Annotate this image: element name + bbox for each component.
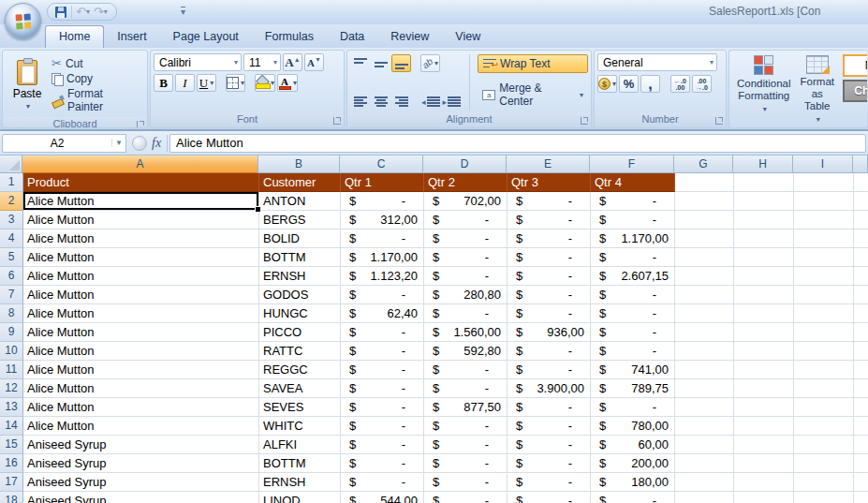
cut-button[interactable]: ✂Cut xyxy=(49,55,144,71)
cell-D13[interactable]: $877,50 xyxy=(424,398,508,417)
cell-F18[interactable]: $- xyxy=(591,492,675,503)
col-header-B[interactable]: B xyxy=(258,155,340,173)
font-color-button[interactable]: A▾ xyxy=(277,74,298,92)
cell-C10[interactable]: $- xyxy=(341,342,424,361)
cell-F16[interactable]: $200,00 xyxy=(591,454,675,473)
cell-B4[interactable]: BOLID xyxy=(259,229,341,248)
cell-H5[interactable] xyxy=(734,248,794,267)
cell-D11[interactable]: $- xyxy=(424,361,508,379)
cell-A15[interactable]: Aniseed Syrup xyxy=(23,436,259,454)
cell-F8[interactable]: $- xyxy=(591,304,675,323)
cell-D4[interactable]: $- xyxy=(424,229,508,248)
cell-G15[interactable] xyxy=(675,436,734,454)
cell-F3[interactable]: $- xyxy=(591,211,675,229)
orientation-button[interactable]: ab▾ xyxy=(420,54,440,72)
cell-F10[interactable]: $- xyxy=(591,342,675,361)
cell-H11[interactable] xyxy=(734,361,794,379)
cell-I12[interactable] xyxy=(794,379,854,398)
underline-button[interactable]: U▾ xyxy=(197,74,216,92)
increase-decimal-button[interactable]: ←.0.00 xyxy=(670,75,690,93)
cell-B10[interactable]: RATTC xyxy=(259,342,341,361)
cell-C6[interactable]: $1.123,20 xyxy=(341,267,424,286)
cell-E18[interactable]: $- xyxy=(508,492,591,503)
col-header-I[interactable]: I xyxy=(793,155,853,173)
cell-I4[interactable] xyxy=(794,229,854,248)
undo-button[interactable]: ↶▾ xyxy=(76,7,90,18)
tab-home[interactable]: Home xyxy=(45,25,104,48)
cell-I13[interactable] xyxy=(794,398,854,417)
cell-E3[interactable]: $- xyxy=(508,211,591,229)
cell-B2[interactable]: ANTON xyxy=(259,192,341,211)
col-header-A[interactable]: A xyxy=(22,155,258,173)
cell-D7[interactable]: $280,80 xyxy=(424,286,508,304)
cell-A16[interactable]: Aniseed Syrup xyxy=(23,454,259,473)
cell-J11[interactable] xyxy=(854,361,868,379)
cell-A8[interactable]: Alice Mutton xyxy=(23,304,259,323)
cell-G17[interactable] xyxy=(675,473,734,492)
cell-H4[interactable] xyxy=(734,229,794,248)
cell-F17[interactable]: $180,00 xyxy=(591,473,675,492)
cell-F2[interactable]: $- xyxy=(591,192,675,211)
cell-D6[interactable]: $- xyxy=(424,267,508,286)
cell-I6[interactable] xyxy=(794,267,854,286)
cell-A2[interactable]: Alice Mutton xyxy=(23,192,259,211)
cell-A17[interactable]: Aniseed Syrup xyxy=(23,473,259,492)
cell-F7[interactable]: $- xyxy=(591,286,675,304)
cell-G18[interactable] xyxy=(675,492,734,503)
cell-E12[interactable]: $3.900,00 xyxy=(508,379,591,398)
col-header-E[interactable]: E xyxy=(507,155,590,173)
cell-J2[interactable] xyxy=(854,192,868,211)
cell-E5[interactable]: $- xyxy=(508,248,591,267)
cell-D5[interactable]: $- xyxy=(424,248,508,267)
cell-B18[interactable]: LINOD xyxy=(259,492,341,503)
decrease-decimal-button[interactable]: .00→.0 xyxy=(692,75,712,93)
cell-H17[interactable] xyxy=(734,473,794,492)
cell-B16[interactable]: BOTTM xyxy=(259,454,341,473)
cell-F15[interactable]: $60,00 xyxy=(591,436,675,454)
cell-B12[interactable]: SAVEA xyxy=(259,379,341,398)
cell-B13[interactable]: SEVES xyxy=(259,398,341,417)
cell-A1[interactable]: Product xyxy=(23,173,259,192)
cell-J8[interactable] xyxy=(854,304,868,323)
cell-I5[interactable] xyxy=(794,248,854,267)
cell-G2[interactable] xyxy=(675,192,734,211)
col-header-partial[interactable] xyxy=(853,155,868,173)
cell-E7[interactable]: $- xyxy=(508,286,591,304)
cell-I10[interactable] xyxy=(794,342,854,361)
cell-I16[interactable] xyxy=(794,454,854,473)
tab-page-layout[interactable]: Page Layout xyxy=(160,26,252,48)
cell-C18[interactable]: $544,00 xyxy=(341,492,424,503)
conditional-formatting-button[interactable]: ConditionalFormatting ▾ xyxy=(732,53,796,127)
cell-J15[interactable] xyxy=(854,436,868,454)
cell-A14[interactable]: Alice Mutton xyxy=(23,417,259,436)
save-button[interactable] xyxy=(54,6,67,19)
cell-H16[interactable] xyxy=(734,454,794,473)
row-header-10[interactable]: 10 xyxy=(0,342,23,361)
cell-G4[interactable] xyxy=(675,229,734,248)
number-format-select[interactable]: General▾ xyxy=(597,53,717,71)
cell-C13[interactable]: $- xyxy=(341,398,424,417)
cell-G16[interactable] xyxy=(675,454,734,473)
cell-J14[interactable] xyxy=(854,417,868,436)
cell-A5[interactable]: Alice Mutton xyxy=(23,248,259,267)
cell-H7[interactable] xyxy=(734,286,794,304)
cell-J6[interactable] xyxy=(854,267,868,286)
cell-H14[interactable] xyxy=(734,417,794,436)
row-header-5[interactable]: 5 xyxy=(0,248,23,267)
row-header-6[interactable]: 6 xyxy=(0,267,23,286)
cell-G5[interactable] xyxy=(675,248,734,267)
cell-J12[interactable] xyxy=(854,379,868,398)
cell-B7[interactable]: GODOS xyxy=(259,286,341,304)
cell-J10[interactable] xyxy=(854,342,868,361)
cell-C15[interactable]: $- xyxy=(341,436,424,454)
cell-C11[interactable]: $- xyxy=(341,361,424,379)
cell-C8[interactable]: $62,40 xyxy=(341,304,424,323)
cell-F12[interactable]: $789,75 xyxy=(591,379,675,398)
cell-J3[interactable] xyxy=(854,211,868,229)
cell-style-normal[interactable]: Normal xyxy=(843,54,867,77)
cell-H18[interactable] xyxy=(734,492,794,503)
cell-J13[interactable] xyxy=(854,398,868,417)
cell-A7[interactable]: Alice Mutton xyxy=(23,286,259,304)
decrease-indent-button[interactable]: ◂ xyxy=(420,93,441,111)
cell-J9[interactable] xyxy=(854,323,868,342)
